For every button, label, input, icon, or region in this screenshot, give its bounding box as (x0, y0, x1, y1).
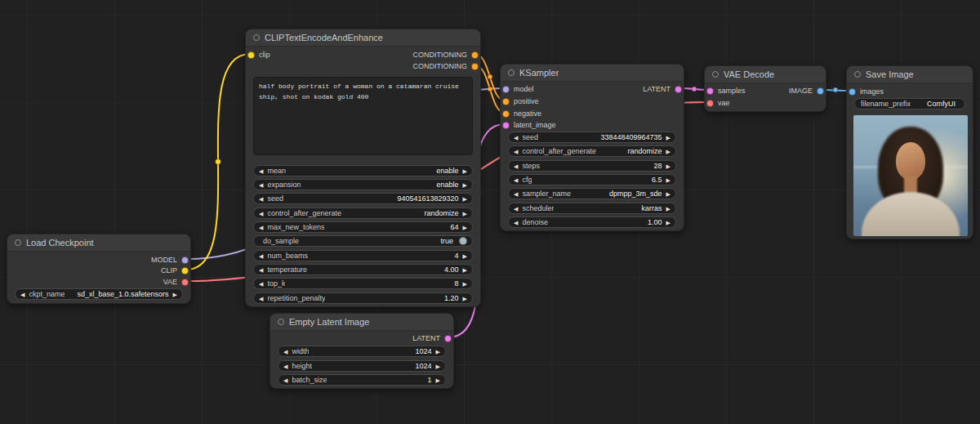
stepper-right-icon[interactable]: ▶ (436, 349, 440, 355)
node-graph-canvas[interactable]: Load Checkpoint MODEL CLIP VAE ◀ ckpt_na… (0, 0, 980, 424)
stepper-right-icon[interactable]: ▶ (463, 211, 467, 216)
stepper-right-icon[interactable]: ▶ (463, 168, 467, 174)
pin-dot-icon[interactable] (502, 86, 510, 93)
node-title-bar[interactable]: Load Checkpoint (7, 234, 190, 252)
stepper-left-icon[interactable]: ◀ (514, 177, 518, 183)
stepper-right-icon[interactable]: ▶ (463, 281, 467, 287)
output-pin-latent[interactable]: LATENT (412, 333, 452, 344)
node-clip-text-encode-and-enhance[interactable]: CLIPTextEncodeAndEnhance clip CONDITIONI… (245, 29, 481, 307)
stepper-left-icon[interactable]: ◀ (259, 281, 263, 287)
pin-dot-icon[interactable] (675, 86, 682, 93)
stepper-left-icon[interactable]: ◀ (259, 296, 263, 301)
widget-expansion[interactable]: ◀ expansion enable ▶ (253, 179, 473, 190)
node-vae-decode[interactable]: VAE Decode samples vae IMAGE (704, 65, 826, 112)
collapse-dot-icon[interactable] (253, 34, 260, 41)
stepper-left-icon[interactable]: ◀ (259, 225, 263, 230)
widget-height[interactable]: ◀ height 1024 ▶ (278, 360, 446, 372)
widget-seed[interactable]: ◀ seed 940541613829320 ▶ (253, 193, 473, 204)
stepper-left-icon[interactable]: ◀ (514, 191, 518, 197)
collapse-dot-icon[interactable] (854, 71, 861, 78)
pin-dot-icon[interactable] (502, 110, 510, 118)
input-pin-vae[interactable]: vae (706, 97, 730, 109)
node-load-checkpoint[interactable]: Load Checkpoint MODEL CLIP VAE ◀ ckpt_na… (7, 234, 191, 304)
pin-dot-icon[interactable] (706, 100, 714, 107)
widget-control-after-generate[interactable]: ◀ control_after_generate randomize ▶ (253, 208, 473, 219)
widget-do-sample[interactable]: do_sample true (253, 235, 473, 247)
pin-dot-icon[interactable] (247, 51, 255, 59)
pin-dot-icon[interactable] (181, 279, 189, 286)
stepper-right-icon[interactable]: ▶ (666, 220, 670, 225)
stepper-left-icon[interactable]: ◀ (259, 196, 263, 202)
widget-control-after-generate[interactable]: ◀ control_after_generate randomize ▶ (508, 145, 676, 157)
stepper-left-icon[interactable]: ◀ (259, 253, 263, 259)
node-ksampler[interactable]: KSampler model positive negative latent_… (500, 64, 684, 231)
output-pin-image[interactable]: IMAGE (789, 85, 824, 96)
stepper-right-icon[interactable]: ▶ (436, 377, 440, 383)
widget-num-beams[interactable]: ◀ num_beams 4 ▶ (253, 250, 473, 261)
collapse-dot-icon[interactable] (712, 71, 719, 78)
stepper-right-icon[interactable]: ▶ (666, 135, 670, 141)
stepper-right-icon[interactable]: ▶ (666, 177, 670, 183)
stepper-left-icon[interactable]: ◀ (259, 267, 263, 273)
widget-repetition-penalty[interactable]: ◀ repetition_penalty 1.20 ▶ (253, 292, 473, 304)
pin-dot-icon[interactable] (181, 267, 189, 274)
output-pin-conditioning-2[interactable]: CONDITIONING (413, 60, 479, 72)
output-pin-clip[interactable]: CLIP (161, 265, 189, 276)
node-save-image[interactable]: Save Image images filename_prefix ComfyU… (846, 65, 973, 239)
stepper-right-icon[interactable]: ▶ (173, 292, 177, 297)
widget-cfg[interactable]: ◀ cfg 6.5 ▶ (508, 174, 676, 185)
stepper-left-icon[interactable]: ◀ (514, 220, 518, 225)
toggle-dot-icon[interactable] (459, 237, 467, 245)
stepper-left-icon[interactable]: ◀ (259, 211, 263, 216)
node-title-bar[interactable]: VAE Decode (705, 66, 826, 83)
stepper-left-icon[interactable]: ◀ (283, 349, 287, 355)
pin-dot-icon[interactable] (706, 87, 714, 95)
pin-dot-icon[interactable] (181, 257, 189, 264)
stepper-left-icon[interactable]: ◀ (514, 149, 518, 154)
widget-temperature[interactable]: ◀ temperature 4.00 ▶ (253, 264, 473, 275)
pin-dot-icon[interactable] (471, 63, 479, 70)
stepper-left-icon[interactable]: ◀ (259, 182, 263, 188)
node-title-bar[interactable]: Empty Latent Image (270, 314, 453, 331)
input-pin-clip[interactable]: clip (247, 49, 270, 60)
stepper-left-icon[interactable]: ◀ (514, 135, 518, 141)
stepper-right-icon[interactable]: ▶ (666, 149, 670, 154)
collapse-dot-icon[interactable] (15, 239, 21, 246)
input-pin-model[interactable]: model (502, 83, 534, 95)
node-title-bar[interactable]: KSampler (501, 65, 684, 82)
pin-dot-icon[interactable] (849, 88, 856, 96)
stepper-right-icon[interactable]: ▶ (463, 267, 467, 273)
widget-steps[interactable]: ◀ steps 28 ▶ (508, 160, 676, 172)
input-pin-positive[interactable]: positive (502, 96, 539, 107)
stepper-right-icon[interactable]: ▶ (463, 196, 467, 202)
input-pin-samples[interactable]: samples (706, 85, 746, 96)
output-pin-vae[interactable]: VAE (163, 276, 189, 288)
widget-filename-prefix[interactable]: filename_prefix ComfyUI (854, 98, 965, 109)
collapse-dot-icon[interactable] (508, 69, 514, 76)
output-pin-conditioning-1[interactable]: CONDITIONING (413, 49, 479, 60)
stepper-right-icon[interactable]: ▶ (463, 253, 467, 259)
output-pin-latent[interactable]: LATENT (643, 83, 682, 95)
widget-scheduler[interactable]: ◀ scheduler karras ▶ (508, 203, 676, 214)
pin-dot-icon[interactable] (471, 51, 479, 59)
widget-width[interactable]: ◀ width 1024 ▶ (278, 346, 446, 357)
input-pin-latent-image[interactable]: latent_image (502, 119, 556, 131)
stepper-right-icon[interactable]: ▶ (463, 296, 467, 301)
node-title-bar[interactable]: Save Image (847, 66, 973, 83)
stepper-left-icon[interactable]: ◀ (283, 377, 287, 383)
input-pin-images[interactable]: images (849, 86, 884, 97)
widget-ckpt-name[interactable]: ◀ ckpt_name sd_xl_base_1.0.safetensors ▶ (15, 288, 183, 300)
output-pin-model[interactable]: MODEL (151, 254, 189, 266)
stepper-right-icon[interactable]: ▶ (436, 364, 440, 369)
node-empty-latent-image[interactable]: Empty Latent Image LATENT ◀ width 1024 ▶… (270, 313, 454, 389)
widget-mean[interactable]: ◀ mean enable ▶ (253, 165, 473, 176)
stepper-right-icon[interactable]: ▶ (666, 206, 670, 212)
node-title-bar[interactable]: CLIPTextEncodeAndEnhance (246, 29, 480, 47)
pin-dot-icon[interactable] (444, 335, 452, 342)
widget-sampler-name[interactable]: ◀ sampler_name dpmpp_3m_sde ▶ (508, 188, 676, 199)
stepper-left-icon[interactable]: ◀ (283, 364, 287, 369)
widget-batch-size[interactable]: ◀ batch_size 1 ▶ (278, 374, 446, 386)
stepper-right-icon[interactable]: ▶ (666, 191, 670, 197)
stepper-left-icon[interactable]: ◀ (259, 168, 263, 174)
input-pin-negative[interactable]: negative (502, 108, 541, 119)
